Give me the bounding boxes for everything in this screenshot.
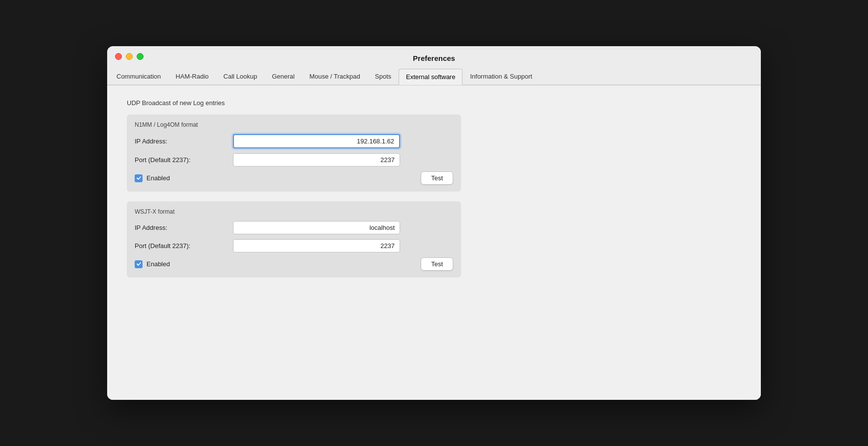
n1mm-ip-label: IP Address: — [135, 138, 233, 145]
wsjtx-enabled-checkbox[interactable] — [135, 260, 143, 268]
n1mm-enabled-row: Enabled Test — [135, 171, 453, 185]
content-area: UDP Broadcast of new Log entries N1MM / … — [107, 85, 761, 400]
section-title: UDP Broadcast of new Log entries — [127, 99, 741, 107]
tab-call-lookup[interactable]: Call Lookup — [216, 68, 265, 84]
tab-mouse-trackpad[interactable]: Mouse / Trackpad — [302, 68, 367, 84]
n1mm-ip-input[interactable] — [233, 134, 400, 148]
wsjtx-ip-row: IP Address: — [135, 221, 453, 234]
checkmark-icon — [136, 261, 142, 267]
n1mm-enabled-checkbox[interactable] — [135, 174, 143, 182]
wsjtx-format-box: WSJT-X format IP Address: Port (Default … — [127, 201, 461, 278]
wsjtx-test-button[interactable]: Test — [421, 257, 453, 271]
tab-spots[interactable]: Spots — [368, 68, 399, 84]
wsjtx-ip-label: IP Address: — [135, 224, 233, 231]
titlebar: Preferences Communication HAM-Radio Call… — [107, 46, 761, 85]
tab-ham-radio[interactable]: HAM-Radio — [168, 68, 216, 84]
tab-communication[interactable]: Communication — [109, 68, 168, 84]
n1mm-enabled-left: Enabled — [135, 174, 170, 182]
n1mm-format-label: N1MM / Log4OM format — [135, 121, 453, 128]
window-title: Preferences — [115, 54, 753, 62]
wsjtx-ip-input[interactable] — [233, 221, 400, 234]
wsjtx-port-input[interactable] — [233, 239, 400, 252]
wsjtx-enabled-row: Enabled Test — [135, 257, 453, 271]
wsjtx-port-label: Port (Default 2237): — [135, 242, 233, 250]
tab-general[interactable]: General — [264, 68, 302, 84]
tab-bar: Communication HAM-Radio Call Lookup Gene… — [107, 68, 761, 85]
n1mm-test-button[interactable]: Test — [421, 171, 453, 185]
wsjtx-enabled-left: Enabled — [135, 260, 170, 268]
n1mm-port-label: Port (Default 2237): — [135, 156, 233, 164]
preferences-window: Preferences Communication HAM-Radio Call… — [107, 46, 761, 400]
tab-information-support[interactable]: Information & Support — [463, 68, 539, 84]
tab-external-software[interactable]: External software — [399, 69, 463, 85]
n1mm-enabled-label: Enabled — [146, 174, 170, 182]
n1mm-port-input[interactable] — [233, 153, 400, 167]
n1mm-ip-row: IP Address: — [135, 134, 453, 148]
wsjtx-format-label: WSJT-X format — [135, 208, 453, 215]
n1mm-format-box: N1MM / Log4OM format IP Address: Port (D… — [127, 114, 461, 192]
checkmark-icon — [136, 175, 142, 181]
n1mm-port-row: Port (Default 2237): — [135, 153, 453, 167]
wsjtx-enabled-label: Enabled — [146, 260, 170, 268]
wsjtx-port-row: Port (Default 2237): — [135, 239, 453, 252]
